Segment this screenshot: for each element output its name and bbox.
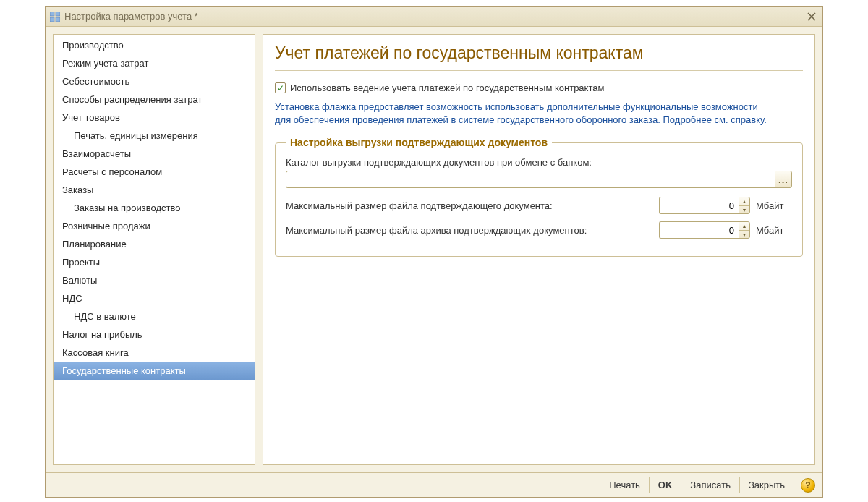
sidebar-item[interactable]: Взаиморасчеты <box>54 145 255 163</box>
max-archive-input[interactable] <box>659 221 739 239</box>
max-archive-label: Максимальный размер файла архива подтвер… <box>286 225 653 236</box>
export-path-input[interactable] <box>286 171 775 188</box>
settings-window: Настройка параметров учета * Производств… <box>45 6 823 498</box>
sidebar-item[interactable]: Заказы <box>54 181 255 199</box>
titlebar: Настройка параметров учета * <box>46 7 822 27</box>
max-file-row: Максимальный размер файла подтверждающег… <box>286 197 792 214</box>
sidebar-item[interactable]: Заказы на производство <box>54 199 255 217</box>
spinner-down-icon[interactable]: ▼ <box>739 231 749 239</box>
browse-button[interactable]: ... <box>775 171 792 188</box>
use-gos-contracts-row: ✓ Использовать ведение учета платежей по… <box>275 82 803 93</box>
sidebar-item[interactable]: Печать, единицы измерения <box>54 127 255 145</box>
max-archive-row: Максимальный размер файла архива подтвер… <box>286 221 792 239</box>
sidebar-item[interactable]: Расчеты с персоналом <box>54 163 255 181</box>
save-button[interactable]: Записать <box>681 477 739 493</box>
print-button[interactable]: Печать <box>600 477 649 493</box>
window-icon <box>50 12 60 22</box>
max-file-input[interactable] <box>659 197 739 214</box>
path-row: ... <box>286 171 792 188</box>
spinner-up-icon[interactable]: ▲ <box>739 222 749 231</box>
ok-button[interactable]: OK <box>649 477 681 493</box>
use-gos-contracts-checkbox[interactable]: ✓ <box>275 82 286 93</box>
svg-rect-2 <box>50 17 54 22</box>
close-icon[interactable] <box>805 10 818 23</box>
sidebar-item[interactable]: Планирование <box>54 235 255 253</box>
settings-sidebar: ПроизводствоРежим учета затратСебестоимо… <box>53 34 255 465</box>
dialog-body: ПроизводствоРежим учета затратСебестоимо… <box>46 27 822 472</box>
max-file-spinner: ▲ ▼ <box>659 197 750 214</box>
hint-text: Установка флажка предоставляет возможнос… <box>275 101 767 127</box>
max-file-spinner-buttons: ▲ ▼ <box>739 197 750 214</box>
upload-settings-group: Настройка выгрузки подтверждающих докуме… <box>275 137 803 257</box>
sidebar-item[interactable]: Себестоимость <box>54 72 255 90</box>
sidebar-item[interactable]: Проекты <box>54 253 255 271</box>
path-label: Каталог выгрузки подтверждающих документ… <box>286 157 792 168</box>
sidebar-item[interactable]: Розничные продажи <box>54 217 255 235</box>
sidebar-item[interactable]: Государственные контракты <box>54 362 255 380</box>
spinner-up-icon[interactable]: ▲ <box>739 197 749 206</box>
sidebar-item[interactable]: НДС в валюте <box>54 307 255 326</box>
page-title: Учет платежей по государственным контрак… <box>275 43 803 71</box>
sidebar-item[interactable]: Валюты <box>54 271 255 289</box>
use-gos-contracts-label: Использовать ведение учета платежей по г… <box>290 82 604 93</box>
sidebar-item[interactable]: Учет товаров <box>54 109 255 127</box>
svg-rect-1 <box>56 12 60 16</box>
close-button[interactable]: Закрыть <box>739 477 793 493</box>
sidebar-item[interactable]: Режим учета затрат <box>54 54 255 72</box>
sidebar-item[interactable]: Способы распределения затрат <box>54 90 255 109</box>
sidebar-item[interactable]: НДС <box>54 289 255 307</box>
max-archive-spinner-buttons: ▲ ▼ <box>739 221 750 239</box>
max-file-unit: Мбайт <box>756 200 792 211</box>
window-title: Настройка параметров учета * <box>64 11 801 22</box>
spinner-down-icon[interactable]: ▼ <box>739 206 749 214</box>
sidebar-item[interactable]: Налог на прибыль <box>54 326 255 344</box>
main-panel: Учет платежей по государственным контрак… <box>263 34 815 465</box>
help-button[interactable]: ? <box>801 478 815 493</box>
dialog-footer: Печать OK Записать Закрыть ? <box>46 472 822 497</box>
max-file-label: Максимальный размер файла подтверждающег… <box>286 200 653 211</box>
svg-rect-3 <box>56 17 60 22</box>
max-archive-spinner: ▲ ▼ <box>659 221 750 239</box>
sidebar-item[interactable]: Кассовая книга <box>54 344 255 362</box>
max-archive-unit: Мбайт <box>756 225 792 236</box>
svg-rect-0 <box>50 12 54 16</box>
group-legend: Настройка выгрузки подтверждающих докуме… <box>286 137 552 148</box>
sidebar-item[interactable]: Производство <box>54 36 255 54</box>
